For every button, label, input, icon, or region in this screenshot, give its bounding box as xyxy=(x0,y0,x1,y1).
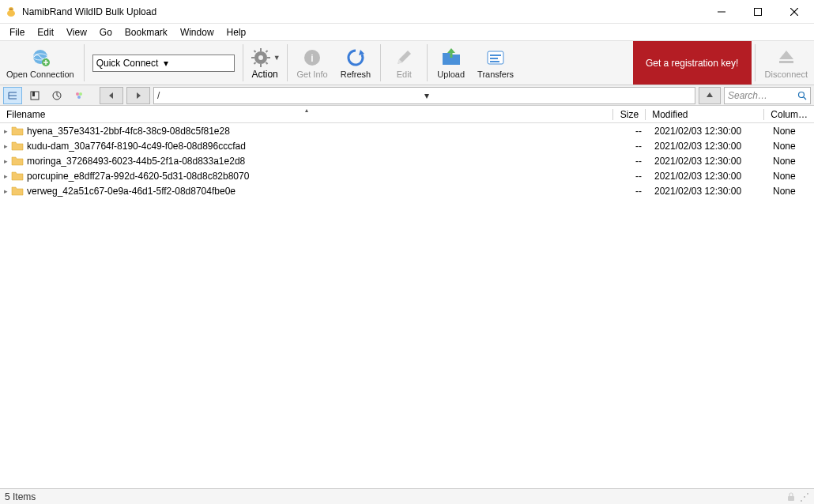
file-name: kudu-dam_30a7764f-8190-4c49-f0e8-08d896c… xyxy=(27,141,616,152)
svg-rect-20 xyxy=(253,50,256,53)
menu-file[interactable]: File xyxy=(3,24,31,40)
file-list[interactable]: ▸ hyena_357e3431-2bbf-4fc8-38c9-08d8c5f8… xyxy=(0,123,814,488)
minimize-button[interactable] xyxy=(703,0,740,24)
svg-line-41 xyxy=(57,96,59,97)
expand-icon[interactable]: ▸ xyxy=(0,127,11,135)
file-name: hyena_357e3431-2bbf-4fc8-38c9-08d8c5f81e… xyxy=(27,126,616,137)
file-size: -- xyxy=(616,156,648,167)
svg-rect-19 xyxy=(267,57,270,58)
info-icon: i xyxy=(301,47,323,69)
menu-bookmark[interactable]: Bookmark xyxy=(119,24,174,40)
svg-rect-23 xyxy=(253,62,256,65)
menu-window[interactable]: Window xyxy=(174,24,220,40)
close-button[interactable] xyxy=(776,0,812,24)
file-column: None xyxy=(767,126,814,137)
svg-rect-18 xyxy=(251,57,254,58)
edit-button[interactable]: Edit xyxy=(384,41,424,85)
column-size[interactable]: Size xyxy=(613,106,645,122)
svg-point-15 xyxy=(258,55,263,60)
svg-point-44 xyxy=(77,96,81,99)
file-column: None xyxy=(767,156,814,167)
table-row[interactable]: ▸ hyena_357e3431-2bbf-4fc8-38c9-08d8c5f8… xyxy=(0,123,814,138)
resize-grip-icon[interactable]: ⋰ xyxy=(800,491,809,502)
search-icon xyxy=(797,91,807,100)
svg-line-46 xyxy=(804,97,806,100)
svg-point-42 xyxy=(76,92,79,96)
expand-icon[interactable]: ▸ xyxy=(0,157,11,165)
svg-rect-17 xyxy=(260,64,262,67)
column-extra[interactable]: Colum… xyxy=(764,106,814,122)
forward-button[interactable] xyxy=(126,87,150,104)
gear-icon xyxy=(250,47,272,69)
svg-rect-38 xyxy=(32,92,35,96)
menu-view[interactable]: View xyxy=(60,24,93,40)
view-tree-button[interactable] xyxy=(3,87,22,104)
folder-icon xyxy=(11,141,24,152)
svg-rect-47 xyxy=(788,496,794,501)
column-filename[interactable]: Filename ▴ xyxy=(0,106,612,122)
menu-bar: File Edit View Go Bookmark Window Help xyxy=(0,24,814,41)
upload-button[interactable]: Upload xyxy=(431,41,471,85)
file-modified: 2021/02/03 12:30:00 xyxy=(648,186,767,197)
refresh-icon xyxy=(345,47,367,69)
file-column: None xyxy=(767,186,814,197)
expand-icon[interactable]: ▸ xyxy=(0,142,11,150)
chevron-down-icon: ▾ xyxy=(164,58,231,69)
sort-ascending-icon: ▴ xyxy=(305,107,308,114)
file-modified: 2021/02/03 12:30:00 xyxy=(648,126,767,137)
view-bookmarks-button[interactable] xyxy=(25,87,44,104)
column-header-row: Filename ▴ Size Modified Colum… xyxy=(0,106,814,123)
table-row[interactable]: ▸ porcupine_e8dff27a-992d-4620-5d31-08d8… xyxy=(0,168,814,183)
path-combo[interactable]: / ▾ xyxy=(153,87,695,104)
open-connection-button[interactable]: Open Connection xyxy=(0,41,81,85)
app-icon xyxy=(5,6,17,18)
table-row[interactable]: ▸ kudu-dam_30a7764f-8190-4c49-f0e8-08d89… xyxy=(0,138,814,153)
status-bar: 5 Items ⋰ xyxy=(0,488,814,504)
file-name: verweg_42a51c67-0e9a-46d1-5ff2-08d8704fb… xyxy=(27,186,616,197)
action-button[interactable]: ▼ Action xyxy=(247,41,284,85)
menu-go[interactable]: Go xyxy=(93,24,119,40)
file-modified: 2021/02/03 12:30:00 xyxy=(648,171,767,182)
file-size: -- xyxy=(616,126,648,137)
view-bonjour-button[interactable] xyxy=(70,87,89,104)
transfers-icon xyxy=(484,47,507,69)
expand-icon[interactable]: ▸ xyxy=(0,187,11,195)
back-button[interactable] xyxy=(100,87,123,104)
table-row[interactable]: ▸ verweg_42a51c67-0e9a-46d1-5ff2-08d8704… xyxy=(0,183,814,198)
file-size: -- xyxy=(616,141,648,152)
folder-icon xyxy=(11,156,24,167)
go-up-button[interactable] xyxy=(699,87,721,104)
file-modified: 2021/02/03 12:30:00 xyxy=(648,141,767,152)
pencil-icon xyxy=(393,47,415,69)
column-modified[interactable]: Modified xyxy=(646,106,763,122)
folder-icon xyxy=(11,186,24,197)
disconnect-button[interactable]: Disconnect xyxy=(759,41,814,85)
folder-icon xyxy=(11,171,24,182)
table-row[interactable]: ▸ moringa_37268493-6023-44b5-2f1a-08d833… xyxy=(0,153,814,168)
folder-icon xyxy=(11,126,24,137)
maximize-button[interactable] xyxy=(740,0,776,24)
get-info-button[interactable]: i Get Info xyxy=(291,41,334,85)
svg-text:i: i xyxy=(311,53,313,64)
svg-rect-6 xyxy=(755,8,762,15)
file-name: porcupine_e8dff27a-992d-4620-5d31-08d8c8… xyxy=(27,171,616,182)
file-size: -- xyxy=(616,171,648,182)
main-toolbar: Open Connection Quick Connect ▾ ▼ Action… xyxy=(0,41,814,85)
svg-point-45 xyxy=(799,92,805,97)
search-input[interactable]: Search… xyxy=(724,87,811,104)
globe-icon xyxy=(29,47,51,69)
svg-rect-30 xyxy=(779,61,793,63)
registration-key-button[interactable]: Get a registration key! xyxy=(633,41,752,85)
file-column: None xyxy=(767,141,814,152)
expand-icon[interactable]: ▸ xyxy=(0,172,11,180)
quick-connect-combo[interactable]: Quick Connect ▾ xyxy=(92,55,235,72)
view-history-button[interactable] xyxy=(47,87,66,104)
refresh-button[interactable]: Refresh xyxy=(334,41,378,85)
title-bar: NamibRand WildID Bulk Upload xyxy=(0,0,814,24)
svg-rect-21 xyxy=(265,62,268,65)
lock-icon xyxy=(787,492,795,502)
menu-edit[interactable]: Edit xyxy=(31,24,60,40)
status-items: 5 Items xyxy=(5,491,36,502)
menu-help[interactable]: Help xyxy=(220,24,253,40)
transfers-button[interactable]: Transfers xyxy=(471,41,520,85)
